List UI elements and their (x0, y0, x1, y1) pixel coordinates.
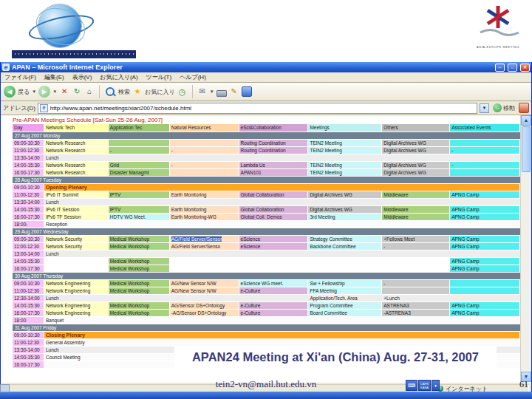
ime-language-bar[interactable]: ⌨ CAPS KANA ▼ (406, 380, 440, 391)
vertical-scrollbar[interactable]: ▲ ▼ (520, 115, 531, 382)
back-dropdown-icon[interactable]: ▼ (32, 89, 36, 94)
schedule-table: Pre-APAN Meetings Schedule [Sat-Sun 25-2… (13, 117, 520, 369)
plenary-cell: Closing Plenary (44, 332, 519, 338)
edit-icon[interactable]: ✎ (229, 86, 239, 97)
time-cell: 09:00-10:30 (13, 332, 44, 338)
close-button[interactable]: ✕ (520, 64, 530, 72)
taskbar-corner-icon[interactable] (0, 384, 10, 392)
mail-dropdown-icon[interactable]: ▼ (210, 89, 214, 94)
schedule-cell: Medical Workshop (109, 310, 169, 316)
schedule-cell (382, 199, 449, 205)
schedule-cell (109, 140, 169, 146)
schedule-cell (450, 154, 519, 161)
scrollbar-thumb[interactable] (522, 126, 531, 172)
menu-view[interactable]: 表示(V) (72, 73, 92, 81)
time-cell: 16:00-17:30 (13, 214, 44, 220)
ime-dropdown-icon[interactable]: ▼ (432, 380, 440, 391)
go-arrow-icon: → (493, 103, 502, 112)
time-cell: 18:00 (13, 317, 44, 324)
page-content: Pre-APAN Meetings Schedule [Sat-Sun 25-2… (1, 115, 531, 382)
refresh-icon[interactable]: ↻ (72, 86, 82, 97)
minimize-button[interactable]: ─ (495, 64, 505, 72)
column-header: Others (382, 124, 449, 132)
page-number: 61 (519, 379, 528, 390)
menu-favorites[interactable]: お気に入り(A) (100, 73, 137, 81)
schedule-cell: APNG Camp (450, 206, 519, 213)
ime-caps-kana[interactable]: CAPS KANA (418, 380, 431, 391)
time-cell: 13:30-14:00 (13, 199, 44, 205)
forward-icon[interactable]: ▶ (38, 86, 50, 98)
globe-icon (38, 4, 81, 47)
schedule-cell: Earth Monitoring (170, 206, 239, 213)
schedule-cell: Medical Workshop (109, 236, 169, 242)
favorites-label[interactable]: お気に入り (145, 88, 175, 96)
menu-edit[interactable]: 編集(E) (44, 73, 64, 81)
schedule-cell: Earth Monitoring-WG (170, 214, 239, 220)
mail-icon[interactable]: ✉ (197, 86, 208, 97)
schedule-cell: - (170, 162, 239, 168)
schedule-cell: Program Committee (308, 302, 381, 309)
schedule-cell (239, 199, 308, 205)
windows-taskbar[interactable] (0, 392, 532, 399)
page-icon: e (40, 104, 48, 112)
schedule-cell: AG/New Sensor N/W (170, 287, 239, 294)
back-label[interactable]: 戻る (18, 88, 30, 96)
keyboard-icon[interactable]: ⌨ (406, 380, 417, 391)
schedule-cell: Disaster Managmt (109, 169, 169, 176)
schedule-cell: Banquet (44, 317, 108, 324)
menu-file[interactable]: ファイル(F) (4, 73, 36, 81)
go-button[interactable]: → 移動 (491, 103, 516, 112)
back-icon[interactable]: ◀ (4, 86, 16, 98)
schedule-cell (170, 140, 239, 146)
schedule-cell (109, 250, 169, 257)
stop-icon[interactable]: ✕ (59, 86, 69, 97)
messenger-icon[interactable] (242, 86, 252, 97)
maximize-button[interactable]: □ (508, 64, 517, 72)
schedule-day-row: 29 Aug 2007 Wednesday (13, 228, 520, 235)
schedule-row: 12:30-14:00LunchApplication/Tech. Area+L… (13, 295, 520, 301)
url-text[interactable]: http://www.apan.net/meetings/xian2007/sc… (50, 105, 475, 112)
column-header: Meetings (308, 124, 381, 132)
menu-help[interactable]: ヘルプ(H) (180, 73, 206, 81)
address-dropdown-icon[interactable]: ▼ (480, 103, 489, 113)
schedule-cell (170, 221, 239, 228)
search-label[interactable]: 検索 (118, 88, 130, 96)
search-icon[interactable] (106, 87, 115, 96)
column-header: Network Tech (44, 124, 108, 132)
history-icon[interactable]: ◷ (177, 86, 188, 97)
schedule-cell (382, 250, 449, 257)
schedule-cell (170, 295, 239, 301)
favorites-star-icon[interactable]: ★ (132, 86, 143, 97)
schedule-row: 11:00-12:30Network SecurityMedical Works… (13, 243, 520, 250)
schedule-cell: Network Engineering (44, 287, 108, 294)
menu-tools[interactable]: ツール(T) (146, 73, 172, 81)
day-band: 28 Aug 2007 Tuesday (13, 177, 520, 183)
scroll-up-icon[interactable]: ▲ (521, 115, 531, 126)
schedule-cell (109, 154, 169, 161)
time-cell: 14:00-15:30 (13, 302, 44, 309)
schedule-row: 14:00-15:30Network EngineeringMedical Wo… (13, 302, 520, 309)
schedule-cell: eScience WG meet. (239, 280, 308, 287)
schedule-cell: Digital Archives WG (308, 206, 381, 213)
address-input[interactable]: e http://www.apan.net/meetings/xian2007/… (38, 103, 477, 114)
links-icon[interactable] (519, 103, 529, 113)
schedule-cell: Lunch (44, 154, 108, 161)
schedule-cell (308, 258, 381, 265)
asem-star-icon (476, 3, 520, 41)
home-icon[interactable]: ⌂ (84, 86, 95, 97)
forward-dropdown-icon[interactable]: ▼ (52, 89, 57, 94)
schedule-cell: Global Collaboration (239, 206, 308, 213)
schedule-cell: Reception (44, 221, 108, 228)
time-cell: 11:00-12:30 (13, 191, 44, 198)
schedule-cell (239, 317, 308, 324)
print-icon[interactable] (216, 90, 227, 97)
time-cell: 14:00-15:30 (13, 258, 44, 265)
schedule-cell (450, 339, 519, 346)
time-cell: 11:00-12:30 (13, 339, 44, 346)
schedule-cell (308, 339, 381, 346)
schedule-cell: Network Research (44, 162, 108, 168)
schedule-cell (382, 317, 449, 324)
ime-kana-label: KANA (420, 386, 429, 389)
schedule-cell (308, 199, 381, 205)
schedule-cell (44, 265, 108, 272)
